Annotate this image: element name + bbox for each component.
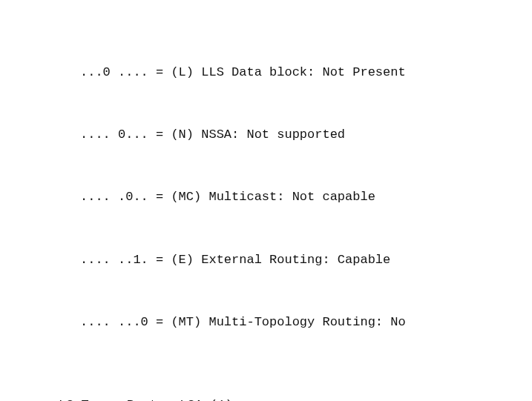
field-mt-flag[interactable]: .... ...0 = (MT) Multi-Topology Routing:… [0,312,532,333]
field-lls-flag[interactable]: ...0 .... = (L) LLS Data block: Not Pres… [0,62,532,83]
field-mc-flag[interactable]: .... .0.. = (MC) Multicast: Not capable [0,187,532,208]
field-nssa-flag[interactable]: .... 0... = (N) NSSA: Not supported [0,125,532,145]
field-ls-type[interactable]: LS Type: Router-LSA (1) [0,395,532,401]
field-e-flag[interactable]: .... ..1. = (E) External Routing: Capabl… [0,250,532,271]
packet-details-tree: ...0 .... = (L) LLS Data block: Not Pres… [0,0,532,401]
